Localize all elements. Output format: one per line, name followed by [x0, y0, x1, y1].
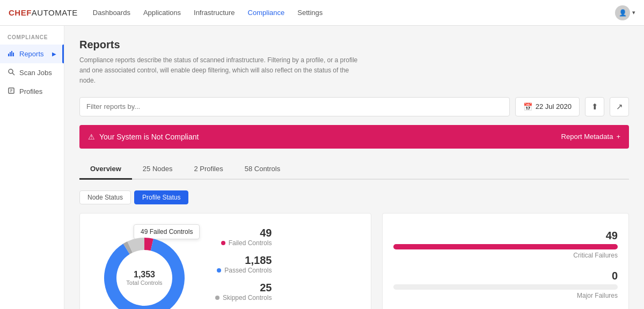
legend-dot: [215, 296, 219, 300]
nav-link-settings[interactable]: Settings: [297, 9, 323, 17]
svg-rect-1: [10, 52, 11, 56]
alert-banner: ⚠ Your System is Not Compliant Report Me…: [79, 125, 629, 149]
cards-row: 49 Failed Controls 1,353 Total Controls …: [79, 213, 629, 309]
donut-chart: 1,353 Total Controls: [91, 224, 198, 309]
tab-2-profiles[interactable]: 2 Profiles: [183, 159, 233, 180]
app-logo: CHEFAUTOMATE: [9, 8, 78, 17]
sidebar-section-label: COMPLIANCE: [0, 34, 64, 45]
severity-card: 49Critical Failures0Major Failures0Minor…: [382, 213, 629, 309]
legend-item-passed-controls: 1,185Passed Controls: [215, 254, 272, 274]
date-picker-button[interactable]: 📅 22 Jul 2020: [515, 97, 580, 116]
sidebar-item-profiles[interactable]: Profiles: [0, 82, 64, 101]
sidebar-arrow: ▶: [52, 51, 56, 57]
legend-item-skipped-controls: 25Skipped Controls: [215, 282, 272, 301]
total-controls-number: 1,353: [126, 270, 162, 279]
share-button[interactable]: ↗: [610, 97, 629, 116]
download-button[interactable]: ⬆: [585, 97, 604, 116]
legend-num: 25: [260, 282, 272, 294]
legend-num: 49: [260, 227, 272, 239]
report-metadata-button[interactable]: Report Metadata +: [561, 133, 620, 141]
calendar-icon: 📅: [523, 102, 532, 111]
chart-legend: 49Failed Controls1,185Passed Controls25S…: [215, 227, 272, 309]
report-metadata-label: Report Metadata: [561, 133, 613, 141]
svg-rect-3: [13, 53, 14, 56]
reports-icon: [8, 49, 15, 58]
warning-icon: ⚠: [88, 133, 95, 141]
legend-dot: [217, 268, 221, 273]
user-menu[interactable]: 👤 ▾: [615, 5, 635, 20]
filter-input[interactable]: [79, 97, 510, 116]
reports-label: Reports: [19, 50, 44, 58]
scan jobs-icon: [8, 68, 15, 77]
sidebar: COMPLIANCE Reports▶Scan JobsProfiles: [0, 26, 64, 309]
date-label: 22 Jul 2020: [536, 102, 572, 111]
tabs: Overview25 Nodes2 Profiles58 Controls: [79, 159, 629, 180]
toggle-group: Node StatusProfile Status: [79, 190, 629, 204]
sidebar-item-reports[interactable]: Reports▶: [0, 45, 64, 63]
page-title: Reports: [79, 39, 629, 51]
tab-58-controls[interactable]: 58 Controls: [234, 159, 291, 180]
severity-bar: [393, 244, 618, 249]
nav-links: DashboardsApplicationsInfrastructureComp…: [93, 9, 615, 17]
severity-label: Major Failures: [393, 292, 618, 299]
scan jobs-label: Scan Jobs: [19, 69, 52, 77]
svg-rect-2: [11, 51, 12, 56]
sidebar-item-scan-jobs[interactable]: Scan Jobs: [0, 63, 64, 82]
user-dropdown-arrow: ▾: [632, 9, 635, 16]
legend-label: Failed Controls: [229, 239, 272, 247]
user-avatar: 👤: [615, 5, 630, 20]
tab-overview[interactable]: Overview: [79, 159, 132, 180]
app-layout: COMPLIANCE Reports▶Scan JobsProfiles Rep…: [0, 26, 644, 309]
filter-bar: 📅 22 Jul 2020 ⬆ ↗: [79, 97, 629, 116]
alert-message: Your System is Not Compliant: [99, 133, 199, 141]
severity-num: 0: [393, 270, 618, 282]
donut-center: 1,353 Total Controls: [126, 270, 162, 286]
nav-link-dashboards[interactable]: Dashboards: [93, 9, 130, 17]
alert-message-area: ⚠ Your System is Not Compliant: [88, 133, 199, 141]
severity-num: 49: [393, 230, 618, 242]
top-nav: CHEFAUTOMATE DashboardsApplicationsInfra…: [0, 0, 644, 26]
legend-item-failed-controls: 49Failed Controls: [215, 227, 272, 247]
severity-label: Critical Failures: [393, 252, 618, 259]
severity-bar-wrap: [393, 244, 618, 249]
toggle-profile-status[interactable]: Profile Status: [134, 190, 188, 204]
legend-num: 1,185: [245, 254, 272, 267]
share-icon: ↗: [616, 102, 623, 112]
profiles-label: Profiles: [19, 87, 42, 95]
report-metadata-icon: +: [616, 133, 620, 141]
svg-point-4: [9, 69, 13, 73]
severity-row-critical-failures: 49Critical Failures: [393, 230, 618, 259]
legend-dot: [221, 241, 225, 245]
nav-link-applications[interactable]: Applications: [143, 9, 181, 17]
nav-link-infrastructure[interactable]: Infrastructure: [194, 9, 235, 17]
legend-label: Skipped Controls: [223, 294, 272, 301]
total-controls-label: Total Controls: [126, 279, 162, 286]
severity-row-major-failures: 0Major Failures: [393, 270, 618, 299]
download-icon: ⬆: [591, 102, 598, 112]
profiles-icon: [8, 87, 15, 96]
legend-label: Passed Controls: [224, 267, 272, 274]
severity-bar-wrap: [393, 284, 618, 290]
nav-link-compliance[interactable]: Compliance: [248, 9, 285, 17]
tab-25-nodes[interactable]: 25 Nodes: [132, 159, 184, 180]
control-status-card: 49 Failed Controls 1,353 Total Controls …: [79, 213, 371, 309]
svg-line-5: [12, 73, 14, 75]
donut-svg: [91, 224, 198, 309]
svg-rect-0: [8, 54, 9, 56]
page-description: Compliance reports describe the status o…: [79, 55, 358, 86]
severity-content: 49Critical Failures0Major Failures0Minor…: [393, 224, 618, 309]
toggle-node-status[interactable]: Node Status: [79, 190, 131, 204]
donut-container: 1,353 Total Controls 49Failed Controls1,…: [91, 224, 360, 309]
main-content: Reports Compliance reports describe the …: [64, 26, 644, 309]
